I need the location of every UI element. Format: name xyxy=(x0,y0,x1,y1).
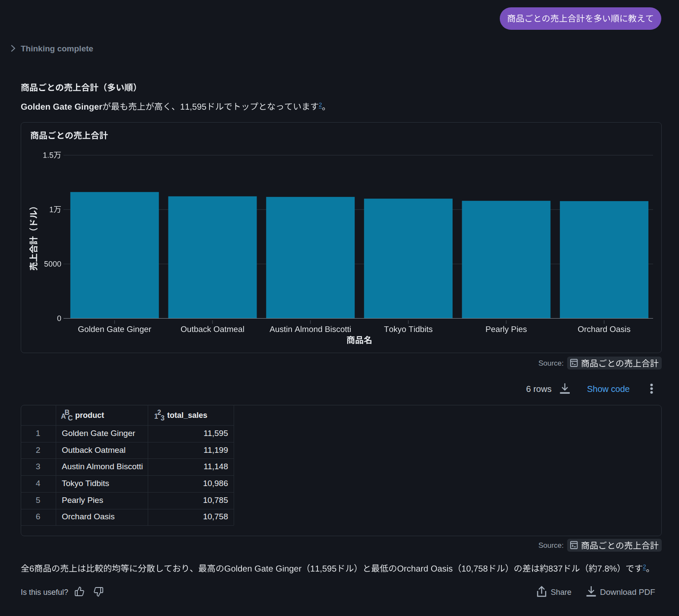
svg-text:3: 3 xyxy=(161,414,165,422)
svg-text:C: C xyxy=(68,414,73,422)
